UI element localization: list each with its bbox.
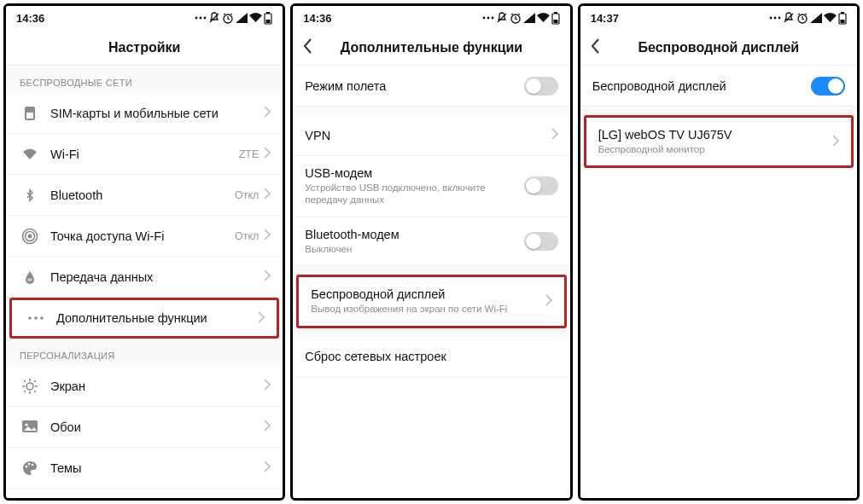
device-sub: Беспроводной монитор xyxy=(598,143,832,155)
row-label: VPN xyxy=(305,129,551,142)
chevron-left-icon xyxy=(591,38,601,54)
row-label: Bluetooth xyxy=(50,188,235,202)
content-area[interactable]: Беспроводной дисплей [LG] webOS TV UJ675… xyxy=(580,66,857,498)
page-title: Дополнительные функции xyxy=(341,40,522,55)
svg-line-23 xyxy=(34,391,36,392)
row-bt[interactable]: BluetoothОткл xyxy=(6,175,283,216)
row-netreset[interactable]: Сброс сетевых настроек xyxy=(293,337,569,378)
svg-rect-45 xyxy=(841,12,844,14)
chevron-right-icon xyxy=(264,269,271,284)
btm-toggle[interactable] xyxy=(524,232,558,251)
back-button[interactable] xyxy=(303,38,313,57)
svg-rect-6 xyxy=(266,12,270,14)
row-label: SIM-карты и мобильные сети xyxy=(50,107,264,120)
row-sub: Устройство USB подключено, включите пере… xyxy=(305,182,523,206)
row-screen[interactable]: Экран xyxy=(6,366,283,407)
row-value: Откл xyxy=(235,230,259,242)
svg-point-32 xyxy=(487,17,489,20)
alarm-icon xyxy=(796,12,808,24)
usbm-toggle[interactable] xyxy=(524,177,558,195)
status-icons xyxy=(482,12,560,25)
svg-point-1 xyxy=(200,17,202,20)
svg-point-2 xyxy=(204,17,207,20)
row-label: Экран xyxy=(50,379,264,393)
battery-icon xyxy=(838,12,847,25)
row-wifi[interactable]: Wi-FiZTE xyxy=(6,134,283,175)
row-airplane[interactable]: Режим полета xyxy=(293,66,569,107)
row-wall[interactable]: Обои xyxy=(6,407,283,448)
clock: 14:37 xyxy=(591,12,619,25)
svg-point-0 xyxy=(195,17,198,20)
signal-icon xyxy=(523,13,535,23)
svg-rect-37 xyxy=(554,12,557,14)
svg-point-29 xyxy=(28,462,31,465)
row-sim[interactable]: SIM-карты и мобильные сети xyxy=(6,93,283,134)
row-label: Bluetooth-модем xyxy=(305,228,523,241)
status-bar: 14:37 xyxy=(580,6,857,30)
wireless-display-toggle[interactable] xyxy=(811,77,845,96)
status-bar: 14:36 xyxy=(293,6,569,30)
svg-point-31 xyxy=(482,17,485,20)
bell-off-icon xyxy=(783,12,795,24)
screen-wireless-display: 14:37 Беспроводной дисплей Беспроводной … xyxy=(578,3,860,501)
row-more[interactable]: Дополнительные функции xyxy=(9,298,279,339)
row-btm[interactable]: Bluetooth-модемВыключен xyxy=(293,217,569,266)
wifi-icon xyxy=(18,148,42,161)
svg-point-15 xyxy=(34,316,38,320)
header: Беспроводной дисплей xyxy=(580,30,857,66)
page-title: Беспроводной дисплей xyxy=(639,40,800,55)
device-row[interactable]: [LG] webOS TV UJ675V Беспроводной монито… xyxy=(584,115,854,168)
svg-point-41 xyxy=(778,17,781,20)
row-label: Wi-Fi xyxy=(50,148,239,161)
row-hotspot[interactable]: Точка доступа Wi-FiОткл xyxy=(6,216,283,257)
svg-line-22 xyxy=(24,380,26,382)
svg-rect-46 xyxy=(840,20,844,23)
chevron-right-icon xyxy=(832,135,839,149)
chevron-right-icon xyxy=(264,420,271,434)
sun-icon xyxy=(18,378,42,395)
svg-point-28 xyxy=(26,465,28,467)
content-area[interactable]: БЕСПРОВОДНЫЕ СЕТИSIM-карты и мобильные с… xyxy=(6,66,283,498)
row-label: Сброс сетевых настроек xyxy=(305,350,557,363)
wifi-icon xyxy=(537,13,550,23)
wireless-display-toggle-row[interactable]: Беспроводной дисплей xyxy=(580,66,857,107)
alarm-icon xyxy=(222,12,234,24)
wifi-icon xyxy=(249,13,262,23)
row-value: ZTE xyxy=(239,148,259,160)
row-label: Дополнительные функции xyxy=(56,311,258,325)
status-icons xyxy=(195,12,272,25)
svg-point-30 xyxy=(32,463,34,466)
more-icon xyxy=(769,13,781,23)
alarm-icon xyxy=(510,12,522,24)
content-area[interactable]: Режим полетаVPNUSB-модемУстройство USB п… xyxy=(293,66,569,498)
row-label: USB-модем xyxy=(305,166,523,180)
svg-point-39 xyxy=(770,17,773,20)
row-theme[interactable]: Темы xyxy=(6,448,283,489)
spacer xyxy=(293,328,569,337)
signal-icon xyxy=(810,13,822,23)
back-button[interactable] xyxy=(591,38,601,57)
row-value: Откл xyxy=(235,189,259,201)
row-sub: Вывод изображения на экран по сети Wi-Fi xyxy=(311,303,545,315)
wireless-display-toggle-label: Беспроводной дисплей xyxy=(592,79,811,93)
row-wdisplay[interactable]: Беспроводной дисплейВывод изображения на… xyxy=(296,275,566,327)
chevron-right-icon xyxy=(264,379,271,393)
spacer xyxy=(580,107,857,115)
more-icon xyxy=(482,13,494,23)
row-sound[interactable]: Звук и вибрация xyxy=(6,489,283,498)
header: Настройки xyxy=(6,30,283,66)
more-icon xyxy=(195,13,207,23)
page-title: Настройки xyxy=(108,40,180,55)
section-label: БЕСПРОВОДНЫЕ СЕТИ xyxy=(6,66,283,93)
chevron-right-icon xyxy=(264,188,271,202)
device-label: [LG] webOS TV UJ675V xyxy=(598,128,832,142)
bell-off-icon xyxy=(208,12,220,24)
signal-icon xyxy=(236,13,248,23)
palette-icon xyxy=(18,460,42,477)
row-vpn[interactable]: VPN xyxy=(293,115,569,156)
airplane-toggle[interactable] xyxy=(524,77,558,96)
row-usbm[interactable]: USB-модемУстройство USB подключено, вклю… xyxy=(293,156,569,217)
chevron-right-icon xyxy=(545,294,552,309)
row-sub: Выключен xyxy=(305,243,523,255)
row-data[interactable]: Передача данных xyxy=(6,257,283,298)
